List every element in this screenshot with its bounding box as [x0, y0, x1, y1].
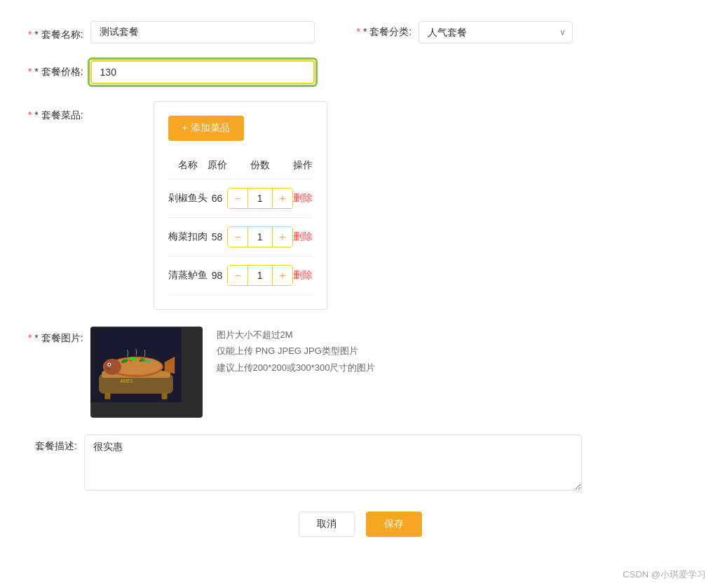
name-row-left: * 套餐名称:: [28, 21, 315, 43]
add-dish-button[interactable]: + 添加菜品: [168, 116, 244, 141]
name-label: * 套餐名称:: [28, 23, 90, 41]
col-name: 名称: [168, 152, 208, 179]
dish-qty-cell: － 1 ＋: [227, 257, 293, 295]
category-select-wrapper: 人气套餐: [419, 21, 573, 43]
dish-action: 删除: [293, 257, 313, 295]
table-row: 剁椒鱼头 66 － 1 ＋ 删除: [168, 179, 313, 218]
table-row: 清蒸鲈鱼 98 － 1 ＋ 删除: [168, 257, 313, 295]
qty-value: 1: [247, 189, 273, 208]
svg-point-8: [102, 359, 121, 375]
qty-value: 1: [247, 227, 273, 247]
image-label: * 套餐图片:: [28, 327, 90, 345]
dishes-section: * 套餐菜品: + 添加菜品 名称 原价 份数 操作 剁椒鱼头 66: [28, 101, 692, 310]
table-row: 梅菜扣肉 58 － 1 ＋ 删除: [168, 218, 313, 257]
desc-textarea[interactable]: 很实惠: [84, 435, 582, 491]
qty-control: － 1 ＋: [227, 265, 293, 286]
dish-price: 66: [208, 179, 227, 218]
qty-control: － 1 ＋: [227, 226, 293, 247]
dishes-content: + 添加菜品 名称 原价 份数 操作 剁椒鱼头 66: [154, 101, 327, 310]
category-row-right: * 套餐分类: 人气套餐: [357, 21, 573, 43]
qty-decrease-button[interactable]: －: [228, 227, 247, 247]
image-section: * 套餐图片:: [28, 327, 692, 418]
svg-rect-4: [161, 392, 167, 399]
dish-price: 98: [208, 257, 227, 295]
qty-control: － 1 ＋: [227, 188, 293, 209]
dishes-table: 名称 原价 份数 操作 剁椒鱼头 66 － 1 ＋: [168, 152, 313, 295]
watermark: CSDN @小琪爱学习: [623, 568, 706, 581]
qty-value: 1: [247, 266, 273, 285]
qty-increase-button[interactable]: ＋: [273, 266, 292, 285]
delete-dish-button[interactable]: 删除: [293, 231, 313, 243]
image-content: AMES 图片大小不超过2M 仅能上传 PNG JPEG JPG类型图片 建议上…: [90, 327, 376, 418]
dish-price: 58: [208, 218, 227, 257]
dish-name: 清蒸鲈鱼: [168, 257, 208, 295]
name-input[interactable]: [90, 21, 315, 43]
delete-dish-button[interactable]: 删除: [293, 192, 313, 205]
page-container: * 套餐名称: * 套餐分类: 人气套餐 * 套餐价格: * 套餐菜品: + 添…: [0, 0, 720, 588]
image-thumbnail[interactable]: AMES: [90, 327, 203, 418]
image-hint-3: 建议上传200*200或300*300尺寸的图片: [217, 360, 376, 376]
qty-increase-button[interactable]: ＋: [273, 227, 292, 247]
save-button[interactable]: 保存: [366, 512, 422, 537]
col-price: 原价: [208, 152, 227, 179]
price-row: * 套餐价格:: [28, 60, 692, 84]
desc-section: 套餐描述: 很实惠: [28, 435, 692, 491]
dish-qty-cell: － 1 ＋: [227, 179, 293, 218]
dish-action: 删除: [293, 179, 313, 218]
price-label: * 套餐价格:: [28, 60, 90, 78]
price-input[interactable]: [90, 60, 315, 84]
cancel-button[interactable]: 取消: [299, 512, 355, 537]
dish-name: 梅菜扣肉: [168, 218, 208, 257]
svg-text:AMES: AMES: [119, 378, 133, 383]
image-hint-2: 仅能上传 PNG JPEG JPG类型图片: [217, 343, 376, 359]
footer-buttons: 取消 保存: [28, 512, 692, 537]
qty-decrease-button[interactable]: －: [228, 189, 247, 208]
qty-decrease-button[interactable]: －: [228, 266, 247, 285]
price-input-wrapper: [90, 60, 315, 84]
image-hints: 图片大小不超过2M 仅能上传 PNG JPEG JPG类型图片 建议上传200*…: [217, 327, 376, 376]
dish-action: 删除: [293, 218, 313, 257]
delete-dish-button[interactable]: 删除: [293, 269, 313, 282]
qty-increase-button[interactable]: ＋: [273, 189, 292, 208]
category-label: * 套餐分类:: [357, 26, 419, 39]
col-qty: 份数: [227, 152, 293, 179]
category-select[interactable]: 人气套餐: [419, 21, 573, 43]
desc-label: 套餐描述:: [28, 435, 84, 453]
first-row: * 套餐名称: * 套餐分类: 人气套餐: [28, 21, 692, 43]
col-action: 操作: [293, 152, 313, 179]
svg-rect-3: [104, 392, 110, 399]
dishes-label: * 套餐菜品:: [28, 101, 90, 122]
dish-qty-cell: － 1 ＋: [227, 218, 293, 257]
dish-name: 剁椒鱼头: [168, 179, 208, 218]
image-hint-1: 图片大小不超过2M: [217, 327, 376, 343]
svg-point-10: [108, 364, 109, 365]
